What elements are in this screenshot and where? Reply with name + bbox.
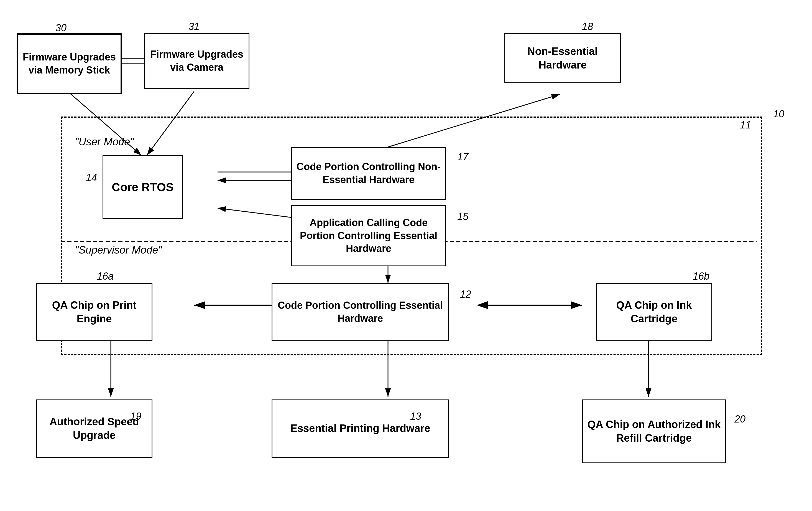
ref-16a: 16a: [97, 270, 114, 282]
ref-17: 17: [457, 151, 468, 163]
qa-ink-refill-box: QA Chip on Authorized Ink Refill Cartrid…: [582, 400, 726, 463]
ref-30: 30: [55, 22, 66, 34]
qa-print-engine-box: QA Chip on Print Engine: [36, 283, 152, 341]
core-rtos-box: Core RTOS: [103, 155, 183, 219]
ref-12: 12: [460, 289, 471, 300]
ref-13: 13: [410, 410, 421, 422]
ref-16b: 16b: [693, 270, 709, 282]
code-essential-box: Code Portion Controlling Essential Hardw…: [271, 283, 449, 341]
essential-printing-box: Essential Printing Hardware: [271, 400, 449, 458]
ref-20: 20: [734, 413, 746, 425]
user-mode-label: "User Mode": [75, 136, 134, 148]
firmware-memory-box: Firmware Upgrades via Memory Stick: [17, 33, 122, 94]
firmware-camera-box: Firmware Upgrades via Camera: [144, 33, 250, 89]
qa-ink-cartridge-box: QA Chip on Ink Cartridge: [596, 283, 712, 341]
ref-31: 31: [188, 21, 200, 32]
code-non-essential-box: Code Portion Controlling Non-Essential H…: [291, 147, 446, 200]
ref-19: 19: [130, 410, 141, 422]
ref-15: 15: [457, 211, 468, 222]
ref-18: 18: [582, 21, 593, 32]
app-calling-box: Application Calling Code Portion Control…: [291, 205, 446, 266]
ref-14: 14: [86, 172, 97, 184]
non-essential-hw-box: Non-Essential Hardware: [504, 33, 621, 83]
diagram-container: 10 Firmware Upgrades via Memory Stick 30…: [0, 0, 812, 511]
ref-11: 11: [740, 119, 751, 131]
ref-10: 10: [773, 108, 784, 120]
authorized-speed-box: Authorized Speed Upgrade: [36, 400, 152, 458]
supervisor-mode-label: "Supervisor Mode": [75, 244, 162, 256]
